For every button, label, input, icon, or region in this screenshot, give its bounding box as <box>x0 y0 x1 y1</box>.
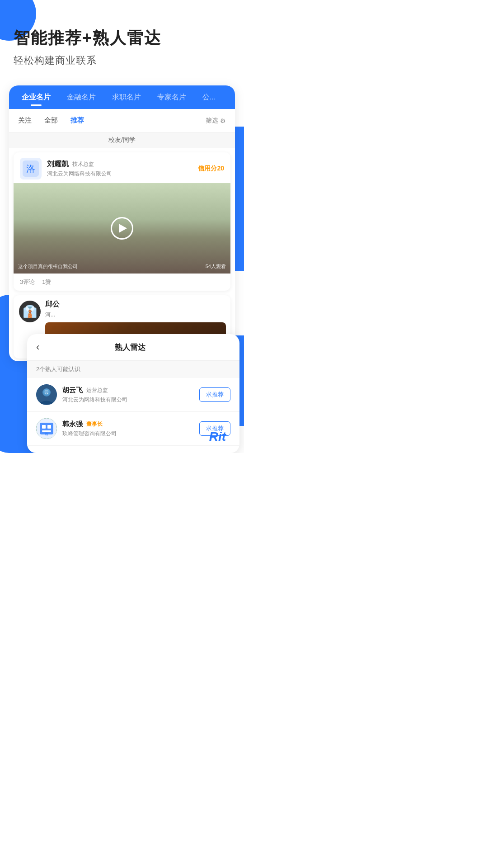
header-section: 智能推荐+熟人雷达 轻松构建商业联系 <box>0 0 244 81</box>
second-name: 邱公 <box>45 300 60 309</box>
radar-header: ‹ 熟人雷达 <box>27 334 239 361</box>
svg-text:洛: 洛 <box>26 164 35 174</box>
radar-hint: 2个熟人可能认识 <box>27 361 239 378</box>
post-info: 刘耀凯 技术总监 河北云为网络科技有限公司 <box>47 160 198 178</box>
second-avatar: 👔 <box>19 301 41 322</box>
tab-enterprise[interactable]: 企业名片 <box>14 86 59 108</box>
filter-icon: ⚙ <box>220 117 226 124</box>
tab-finance[interactable]: 金融名片 <box>59 86 104 108</box>
filter-button[interactable]: 筛选 ⚙ <box>206 117 226 125</box>
svg-rect-11 <box>42 430 51 432</box>
sub-tab-bar: 关注 全部 推荐 筛选 ⚙ <box>9 109 235 132</box>
radar-company-1: 玖峰管理咨询有限公司 <box>62 430 199 438</box>
sub-tab-all[interactable]: 全部 <box>44 114 58 127</box>
radar-back-button[interactable]: ‹ <box>36 341 39 353</box>
page-subtitle: 轻松构建商业联系 <box>14 54 230 67</box>
sub-tab-follow[interactable]: 关注 <box>18 114 32 127</box>
company-logo-icon: 洛 <box>21 159 41 179</box>
svg-text:峰: 峰 <box>45 432 48 436</box>
tab-more[interactable]: 公... <box>194 86 224 108</box>
radar-person-info-0: 胡云飞 运营总监 河北云为网络科技有限公司 <box>62 386 199 404</box>
post-name-row: 刘耀凯 技术总监 <box>47 160 198 169</box>
radar-avatar-1: 峰 <box>36 418 57 439</box>
radar-card: ‹ 熟人雷达 2个熟人可能认识 云 胡云飞 运营总监 河北云为网络科技有限公司 … <box>27 334 239 453</box>
avatar-image: 洛 <box>20 158 42 179</box>
radar-name-1: 韩永强 <box>62 420 83 429</box>
play-icon <box>119 224 127 233</box>
post-avatar: 洛 <box>20 158 42 179</box>
radar-role-0: 运营总监 <box>86 387 108 394</box>
recommend-btn-0[interactable]: 求推荐 <box>199 387 230 402</box>
radar-title: 熟人雷达 <box>45 342 215 353</box>
credit-score: 信用分20 <box>198 165 224 173</box>
post-name: 刘耀凯 <box>47 160 69 169</box>
radar-name-row-1: 韩永强 董事长 <box>62 420 199 429</box>
tab-expert[interactable]: 专家名片 <box>149 86 194 108</box>
tab-bar: 企业名片 金融名片 求职名片 专家名片 公... <box>9 85 235 109</box>
page-title: 智能推荐+熟人雷达 <box>14 27 230 49</box>
video-views: 54人观看 <box>206 263 226 270</box>
radar-avatar-0: 云 <box>36 384 57 405</box>
tab-job[interactable]: 求职名片 <box>104 86 149 108</box>
post-comments[interactable]: 3评论 <box>20 278 35 286</box>
post-card: 洛 刘耀凯 技术总监 河北云为网络科技有限公司 信用分20 这个项目真的很棒自我… <box>14 152 230 291</box>
person-avatar-icon-0: 云 <box>36 384 57 405</box>
post-title-tag: 技术总监 <box>72 160 94 168</box>
second-company: 河... <box>45 311 226 319</box>
filter-label: 筛选 <box>206 117 218 125</box>
section-label: 校友/同学 <box>9 132 235 148</box>
post-company: 河北云为网络科技有限公司 <box>47 170 198 178</box>
play-button[interactable] <box>111 217 133 240</box>
svg-rect-10 <box>47 425 51 429</box>
radar-person-0: 云 胡云飞 运营总监 河北云为网络科技有限公司 求推荐 <box>27 378 239 412</box>
video-caption: 这个项目真的很棒自我公司 <box>18 263 78 270</box>
svg-text:云: 云 <box>44 390 49 395</box>
rit-label: Rit <box>209 429 226 444</box>
radar-name-0: 胡云飞 <box>62 386 83 395</box>
post-likes[interactable]: 1赞 <box>42 278 51 286</box>
second-avatar-icon: 👔 <box>23 305 37 319</box>
svg-rect-9 <box>42 425 46 429</box>
radar-role-1: 董事长 <box>86 420 103 428</box>
radar-person-1: 峰 韩永强 董事长 玖峰管理咨询有限公司 求推荐 <box>27 412 239 446</box>
radar-company-0: 河北云为网络科技有限公司 <box>62 396 199 404</box>
main-card: 企业名片 金融名片 求职名片 专家名片 公... 关注 全部 推荐 筛选 ⚙ 校… <box>9 85 235 361</box>
post-header: 洛 刘耀凯 技术总监 河北云为网络科技有限公司 信用分20 <box>14 152 230 183</box>
radar-person-info-1: 韩永强 董事长 玖峰管理咨询有限公司 <box>62 420 199 438</box>
post-footer: 3评论 1赞 <box>14 274 230 291</box>
person-avatar-icon-1: 峰 <box>36 418 57 439</box>
second-name-row: 邱公 <box>45 300 226 309</box>
post-video[interactable]: 这个项目真的很棒自我公司 54人观看 <box>14 183 230 274</box>
radar-name-row-0: 胡云飞 运营总监 <box>62 386 199 395</box>
sub-tab-recommend[interactable]: 推荐 <box>70 114 84 127</box>
